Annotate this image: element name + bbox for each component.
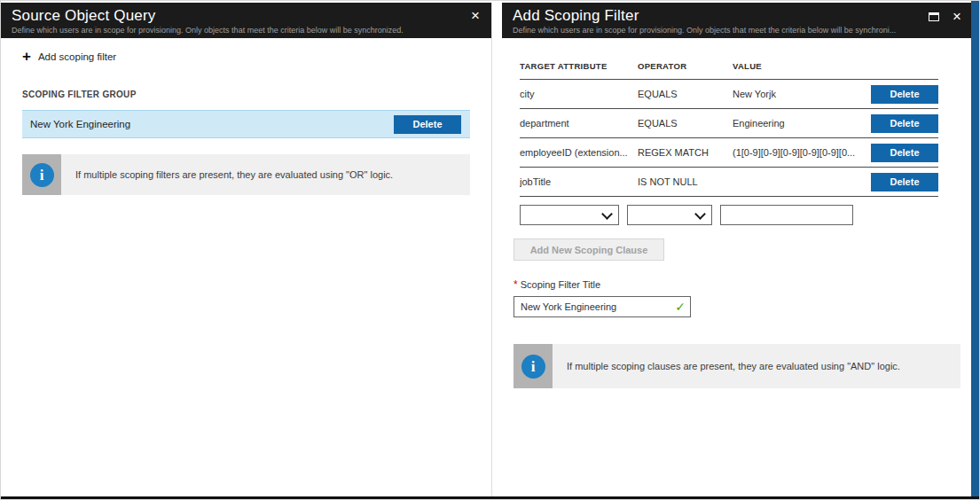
scoping-clauses-table: TARGET ATTRIBUTE OPERATOR VALUE city EQU… — [520, 51, 938, 197]
valid-checkmark-icon: ✓ — [675, 300, 686, 314]
clause-operator: EQUALS — [638, 109, 733, 138]
delete-clause-button[interactable]: Delete — [871, 85, 938, 104]
maximize-icon[interactable] — [929, 12, 939, 21]
info-icon: i — [521, 355, 545, 379]
new-clause-value-input[interactable] — [720, 205, 853, 225]
table-row-actions: Delete — [871, 109, 938, 138]
table-row-actions: Delete — [871, 168, 938, 197]
source-object-query-body: + Add scoping filter SCOPING FILTER GROU… — [1, 51, 491, 195]
chevron-down-icon — [694, 208, 706, 220]
add-scoping-filter-label: Add scoping filter — [38, 51, 116, 62]
scoping-filter-title-label: *Scoping Filter Title — [514, 278, 973, 291]
clause-operator: EQUALS — [638, 80, 733, 109]
clause-attribute: department — [520, 109, 638, 138]
required-asterisk: * — [514, 278, 518, 291]
blade-source-object-query: Source Object Query Define which users a… — [1, 3, 492, 496]
column-header-actions — [871, 51, 938, 80]
clause-attribute: jobTitle — [520, 168, 638, 197]
delete-clause-button[interactable]: Delete — [871, 114, 938, 133]
delete-filter-group-button[interactable]: Delete — [394, 115, 461, 134]
page-title: Source Object Query — [12, 6, 456, 25]
info-icon-cell: i — [22, 154, 61, 195]
scoping-filter-title-input[interactable] — [514, 296, 691, 317]
add-scoping-filter-body: TARGET ATTRIBUTE OPERATOR VALUE city EQU… — [502, 51, 973, 388]
and-logic-infobox: i If multiple scoping clauses are presen… — [514, 344, 960, 388]
next-blade-edge-strip — [971, 1, 979, 496]
scoping-filter-group-section: SCOPING FILTER GROUP New York Engineerin… — [22, 90, 470, 138]
chevron-down-icon — [601, 208, 613, 220]
blade-window-controls: × — [929, 11, 961, 23]
or-logic-infobox: i If multiple scoping filters are presen… — [22, 154, 470, 195]
column-header-operator: OPERATOR — [638, 51, 733, 80]
delete-clause-button[interactable]: Delete — [871, 144, 938, 162]
column-header-target-attribute: TARGET ATTRIBUTE — [520, 51, 638, 80]
scoping-filter-title-text: Scoping Filter Title — [521, 279, 600, 290]
clause-value: New Yorjk — [733, 80, 871, 109]
page-title: Add Scoping Filter — [513, 6, 937, 25]
azure-portal-screen: Source Object Query Define which users a… — [0, 0, 980, 500]
clause-attribute: city — [520, 80, 638, 109]
new-clause-operator-select[interactable] — [627, 205, 712, 225]
close-icon[interactable]: × — [953, 11, 961, 23]
plus-icon: + — [22, 51, 31, 63]
delete-clause-button[interactable]: Delete — [871, 173, 938, 191]
scoping-filter-group-header: SCOPING FILTER GROUP — [22, 90, 470, 99]
source-object-query-header: Source Object Query Define which users a… — [1, 3, 491, 38]
page-subtitle: Define which users are in scope for prov… — [12, 26, 456, 35]
clause-attribute: employeeID (extension... — [520, 138, 638, 168]
blade-add-scoping-filter: Add Scoping Filter Define which users ar… — [502, 3, 973, 496]
page-subtitle: Define which users are in scope for prov… — [513, 26, 937, 35]
info-icon: i — [30, 163, 54, 187]
scoping-filter-title-field: ✓ — [514, 296, 691, 317]
clause-operator: REGEX MATCH — [638, 138, 733, 168]
add-scoping-filter-header: Add Scoping Filter Define which users ar… — [502, 3, 973, 38]
info-icon-cell: i — [514, 344, 553, 388]
add-scoping-filter-button[interactable]: + Add scoping filter — [22, 51, 491, 63]
add-new-scoping-clause-button[interactable]: Add New Scoping Clause — [514, 238, 664, 261]
bottom-border-bar — [1, 496, 979, 499]
scoping-filter-group-row[interactable]: New York Engineering Delete — [22, 110, 470, 138]
table-row-actions: Delete — [871, 80, 938, 109]
column-header-value: VALUE — [733, 51, 871, 80]
new-clause-attribute-select[interactable] — [520, 205, 619, 225]
clause-operator: IS NOT NULL — [638, 168, 733, 197]
close-icon[interactable]: × — [471, 8, 480, 23]
scoping-filter-name: New York Engineering — [30, 119, 130, 129]
table-row-actions: Delete — [871, 138, 938, 168]
new-clause-row — [520, 205, 973, 225]
clause-value: Engineering — [733, 109, 871, 138]
or-logic-text: If multiple scoping filters are present,… — [61, 154, 407, 195]
and-logic-text: If multiple scoping clauses are present,… — [553, 344, 914, 388]
clause-value — [733, 168, 871, 197]
clause-value: (1[0-9][0-9][0-9][0-9][0-9][0... — [733, 138, 871, 168]
